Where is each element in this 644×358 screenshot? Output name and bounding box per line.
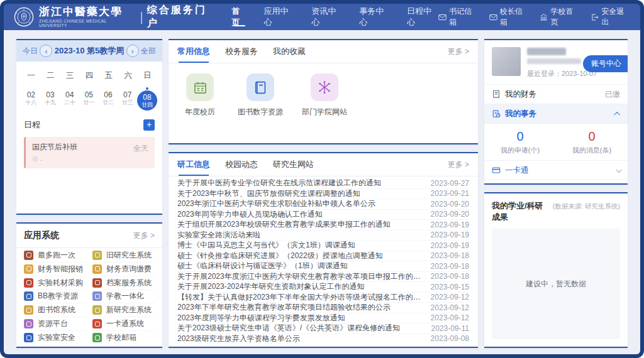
tab[interactable]: 校务服务 (225, 40, 258, 63)
news-date: 2023-09-20 (431, 210, 469, 219)
app-item[interactable]: 档案服务系统 (92, 276, 155, 290)
schedule-event[interactable]: 国庆节后补班 - 全天 (24, 137, 155, 168)
calendar-day[interactable]: 02十八 (21, 86, 41, 112)
news-row[interactable]: 硕士《针灸推拿临床研究进展》（2022级）授课地点调整通知 2023-09-18 (177, 251, 469, 262)
avatar[interactable] (492, 47, 521, 76)
my-affairs-label: 我的事务 (505, 109, 536, 119)
news-row[interactable]: 2023年浙江中医药大学研究生求职创业补贴申领人名单公示 2023-09-20 (177, 199, 469, 210)
app-item[interactable]: 财务查询缴费 (92, 263, 155, 276)
add-schedule-button[interactable]: + (143, 119, 155, 131)
app-label: 财务查询缴费 (106, 264, 152, 274)
my-affairs-row[interactable]: 我的事务 (484, 104, 628, 123)
app-systems-more-link[interactable]: 更多 > (133, 231, 155, 241)
news-date: 2023-09-12 (431, 293, 469, 301)
calendar-day[interactable]: 06廿二 (99, 86, 118, 112)
news-row[interactable]: 【转发】关于认真做好2023年下半年全国大学外语等级考试报名工作的通知 2023… (177, 293, 469, 303)
calendar-day[interactable]: 03十九 (41, 86, 60, 112)
news-row[interactable]: 实验室安全路演活动来啦 2023-09-19 (177, 231, 469, 241)
tab[interactable]: 研究生网站 (273, 153, 314, 176)
quick-link[interactable]: 校长信箱 (489, 6, 529, 28)
nav-item[interactable]: 首页 (232, 4, 248, 30)
app-item[interactable]: 实验耗材采购 (24, 276, 86, 290)
news-row[interactable]: 关于开展中医药专业学位研究生在线示范课程建设工作的通知 2023-09-27 (177, 178, 469, 189)
card-icon (492, 166, 501, 175)
quick-link[interactable]: 书记信箱 (438, 6, 478, 28)
news-row[interactable]: 关于组织开展2023年校级研究生教育教学成果奖申报工作的通知 2023-09-1… (177, 220, 469, 231)
nav-item[interactable]: 资讯中心 (311, 4, 343, 30)
app-item[interactable]: 实验室安全 (24, 331, 86, 344)
tab[interactable]: 校园动态 (225, 153, 258, 176)
app-item[interactable]: 资源平台 (24, 317, 86, 331)
shortcut-item[interactable]: 部门学院网站 (302, 73, 347, 117)
my-finance-label: 我的财务 (505, 89, 536, 100)
app-item[interactable]: BB教学资源 (24, 290, 86, 304)
profile-link-row[interactable]: 我的图书 (484, 180, 628, 185)
calendar-today-button[interactable]: 今日 (23, 46, 38, 57)
app-item[interactable]: 新研究生系统 (92, 303, 155, 317)
news-row[interactable]: 关于2023级硕士研究生申请《英语》/《公共英语》课程免修的通知 2023-09… (177, 323, 469, 334)
calendar-next-button[interactable]: › (126, 45, 139, 57)
news-title: 2023年度同等学力申硕课程学习学费发票发放通知 (177, 313, 345, 323)
news-row[interactable]: 2023年下半年研究生教育教学改革研究项目结题验收结果的公示 2023-09-1… (177, 303, 469, 313)
app-icon (92, 291, 102, 301)
shortcut-item[interactable]: 图书数字资源 (238, 73, 283, 117)
news-title: 关于2023年中秋节、国庆节放假研究生课程调整的通知 (177, 188, 360, 199)
app-item[interactable]: 学教一体化 (92, 290, 155, 304)
achievements-header: 我的学业/科研成果 (数据来源: 研究生系统) (484, 193, 628, 228)
news-row[interactable]: 2023年度同等学力申硕课程学习学费发票发放通知 2023-09-12 (177, 313, 469, 324)
news-row[interactable]: 关于2023年中秋节、国庆节放假研究生课程调整的通知 2023-09-21 (177, 189, 469, 200)
chevron-down-icon (616, 166, 622, 173)
app-label: 旧研究生系统 (106, 250, 152, 261)
news-row[interactable]: 2023年同等学力申硕人员现场确认工作通知 2023-09-20 (177, 210, 469, 220)
calendar-title: 2023-10 第5教学周 (55, 45, 125, 57)
app-item[interactable]: 财务智能报销 (24, 263, 86, 276)
calendar-header: 今日 ‹ 2023-10 第5教学周 › 全部 (16, 40, 162, 62)
app-item[interactable]: 学校邮箱 (92, 331, 155, 344)
quick-link[interactable]: 学校首页 (540, 6, 579, 28)
account-center-button[interactable]: 账号中心 (583, 55, 628, 72)
calendar-day[interactable]: 05廿一 (79, 86, 99, 112)
achievements-title: 我的学业/科研成果 (492, 200, 550, 223)
university-seal-icon (14, 7, 34, 27)
app-item[interactable]: 一卡通系统 (92, 317, 155, 331)
calendar-prev-button[interactable]: ‹ (40, 45, 52, 57)
weekday-label: 三 (60, 68, 80, 84)
university-name-zh: 浙江中醫藥大學 (39, 6, 134, 17)
shortcut-item[interactable]: 年度校历 (181, 73, 219, 117)
tab[interactable]: 研工信息 (177, 153, 210, 176)
profile-link-label: 我的图书 (505, 185, 536, 185)
tab[interactable]: 常用信息 (177, 40, 210, 63)
app-item[interactable]: 图书馆系统 (24, 303, 86, 317)
my-finance-row[interactable]: 我的财务 已缴 (484, 84, 628, 104)
news-row[interactable]: 博士《中国马克思主义与当代》（滨文1班）调课通知 2023-09-19 (177, 241, 469, 251)
news-date: 2023-09-19 (431, 241, 469, 250)
nav-item[interactable]: 事务中心 (359, 4, 391, 30)
event-dot (146, 87, 148, 90)
nav-item[interactable]: 应用中心 (264, 4, 295, 30)
nav-item[interactable]: 日程中心 (407, 4, 438, 30)
main-content: 今日 ‹ 2023-10 第5教学周 › 全部 一二三四五六日 02十八 03十… (4, 30, 640, 354)
news-row[interactable]: 2023级研究生放弃入学资格名单公示 2023-09-08 (177, 334, 469, 344)
calendar-icon (186, 73, 214, 101)
calendar-day[interactable]: 07廿三 (118, 86, 137, 112)
weekday-label: 六 (118, 68, 138, 84)
quick-link-label: 校长信箱 (500, 6, 529, 28)
app-item[interactable]: 最多跑一次 (24, 249, 86, 263)
tab[interactable]: 我的收藏 (273, 40, 306, 63)
more-link[interactable]: 更多 > (448, 160, 469, 170)
news-row[interactable]: 硕士《临床科研设计与循证医学》（1班）调课通知 2023-09-18 (177, 261, 469, 272)
affairs-stats: 0 我的申请(个) 0 我的消息(条) (484, 123, 628, 160)
calendar-all-button[interactable]: 全部 (141, 46, 156, 57)
news-date: 2023-09-11 (431, 324, 470, 333)
quick-link[interactable]: 安全退出 (591, 6, 630, 28)
more-link[interactable]: 更多 > (448, 46, 469, 57)
event-time: 全天 (133, 143, 148, 154)
stat: 0 我的消息(条) (556, 129, 628, 155)
news-row[interactable]: 关于开展2023年度浙江中医药大学研究生教育教学改革项目申报工作的通知 2023… (177, 272, 469, 283)
profile-link-row[interactable]: 一卡通 (484, 160, 628, 180)
app-item[interactable]: 旧研究生系统 (92, 249, 155, 263)
calendar-day[interactable]: 04二十 (60, 86, 79, 112)
app-icon (24, 305, 33, 315)
news-row[interactable]: 关于开展2023-2024学年研究生资助对象认定工作的通知 2023-09-15 (177, 282, 469, 293)
calendar-day[interactable]: 08廿四 (137, 86, 157, 112)
